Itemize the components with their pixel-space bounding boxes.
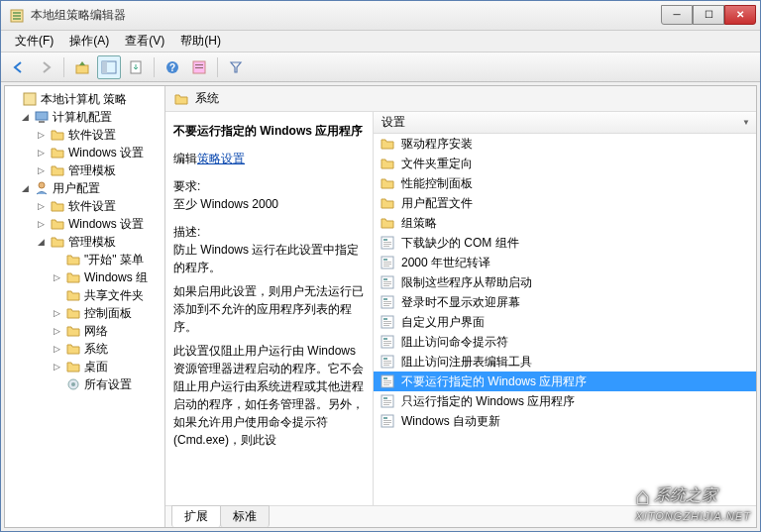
svg-rect-35: [383, 298, 387, 300]
list-item[interactable]: 驱动程序安装: [374, 134, 756, 154]
list-item[interactable]: 自定义用户界面: [374, 312, 756, 332]
folder-icon: [65, 341, 81, 357]
svg-rect-28: [383, 266, 389, 266]
tabs-row: 扩展 标准: [165, 505, 756, 527]
folder-icon: [50, 234, 65, 250]
tree-windows-components[interactable]: ▷ Windows 组: [5, 268, 164, 286]
list-item[interactable]: 下载缺少的 COM 组件: [374, 233, 756, 253]
collapse-arrow-icon[interactable]: ▷: [51, 344, 62, 354]
help-button[interactable]: ?: [161, 55, 184, 79]
list-item[interactable]: 用户配置文件: [374, 193, 756, 213]
svg-rect-23: [383, 246, 389, 247]
list-item[interactable]: 文件夹重定向: [374, 154, 756, 173]
svg-point-16: [39, 182, 45, 188]
tree-c-software[interactable]: ▷ 软件设置: [5, 126, 164, 144]
tree-u-windows[interactable]: ▷ Windows 设置: [5, 215, 164, 233]
list-item[interactable]: 性能控制面板: [374, 173, 756, 193]
folder-icon: [65, 359, 81, 374]
list-item[interactable]: 只运行指定的 Windows 应用程序: [374, 391, 756, 411]
up-button[interactable]: [70, 55, 94, 79]
setting-icon: [380, 413, 395, 429]
close-button[interactable]: ✕: [724, 5, 756, 25]
svg-rect-25: [383, 259, 387, 261]
svg-rect-27: [383, 264, 391, 265]
folder-icon: [50, 127, 65, 143]
tree-u-software[interactable]: ▷ 软件设置: [5, 197, 164, 215]
list-item[interactable]: 登录时不显示欢迎屏幕: [374, 292, 756, 312]
edit-policy-link[interactable]: 策略设置: [197, 152, 245, 165]
collapse-arrow-icon[interactable]: ▷: [35, 130, 47, 140]
list-item[interactable]: 阻止访问注册表编辑工具: [374, 352, 756, 372]
list-item-label: 不要运行指定的 Windows 应用程序: [401, 373, 587, 390]
chevron-down-icon[interactable]: ▼: [742, 118, 750, 127]
svg-rect-31: [383, 281, 391, 282]
show-tree-button[interactable]: [97, 55, 121, 79]
tree-c-admin[interactable]: ▷ 管理模板: [5, 161, 164, 179]
list-body[interactable]: 驱动程序安装文件夹重定向性能控制面板用户配置文件组策略下载缺少的 COM 组件2…: [374, 134, 756, 505]
tree-all-settings[interactable]: 所有设置: [5, 375, 164, 393]
tree-system[interactable]: ▷ 系统: [5, 340, 164, 358]
list-item-label: 只运行指定的 Windows 应用程序: [401, 393, 575, 410]
svg-rect-65: [383, 417, 387, 419]
filter-button[interactable]: [224, 55, 248, 79]
tree-desktop[interactable]: ▷ 桌面: [5, 358, 164, 375]
collapse-arrow-icon[interactable]: ▷: [51, 272, 62, 282]
expand-arrow-icon[interactable]: ◢: [35, 237, 47, 247]
menu-help[interactable]: 帮助(H): [172, 31, 229, 52]
forward-button[interactable]: [34, 55, 57, 79]
tree-pane[interactable]: 本地计算机 策略 ◢ 计算机配置 ▷ 软件设置 ▷ Windows 设置 ▷ 管…: [5, 86, 165, 527]
tree-computer-config[interactable]: ◢ 计算机配置: [5, 108, 164, 126]
maximize-button[interactable]: ☐: [693, 5, 724, 25]
collapse-arrow-icon[interactable]: ▷: [35, 148, 47, 158]
list-item[interactable]: 限制这些程序从帮助启动: [374, 272, 756, 292]
export-button[interactable]: [124, 55, 148, 79]
list-item[interactable]: 组策略: [374, 213, 756, 233]
tab-standard[interactable]: 标准: [220, 505, 270, 527]
expand-arrow-icon[interactable]: ◢: [19, 112, 31, 122]
folder-icon: [380, 156, 395, 171]
tree-user-config[interactable]: ◢ 用户配置: [5, 179, 164, 197]
svg-rect-6: [102, 61, 107, 73]
tree-u-admin[interactable]: ◢ 管理模板: [5, 233, 164, 251]
description-pane: 不要运行指定的 Windows 应用程序 编辑策略设置 要求: 至少 Windo…: [165, 112, 374, 505]
collapse-arrow-icon[interactable]: ▷: [35, 165, 47, 175]
menu-file[interactable]: 文件(F): [7, 31, 61, 52]
collapse-arrow-icon[interactable]: ▷: [35, 219, 47, 229]
svg-rect-57: [383, 382, 391, 383]
requirements-value: 至少 Windows 2000: [173, 195, 365, 213]
tab-extended[interactable]: 扩展: [171, 505, 221, 527]
svg-rect-50: [383, 358, 387, 360]
collapse-arrow-icon[interactable]: ▷: [35, 201, 47, 211]
properties-button[interactable]: [187, 55, 211, 79]
minimize-button[interactable]: ─: [661, 5, 693, 25]
list-header[interactable]: 设置 ▼: [374, 112, 756, 134]
tree-control-panel[interactable]: ▷ 控制面板: [5, 304, 164, 322]
list-item-label: 用户配置文件: [401, 195, 473, 212]
list-item[interactable]: Windows 自动更新: [374, 411, 756, 431]
settings-icon: [65, 376, 81, 392]
collapse-arrow-icon[interactable]: ▷: [51, 326, 62, 336]
tree-start-menu[interactable]: "开始" 菜单: [5, 251, 164, 268]
list-item-label: 驱动程序安装: [401, 136, 473, 153]
list-item-label: 阻止访问注册表编辑工具: [401, 354, 532, 371]
menu-action[interactable]: 操作(A): [61, 31, 117, 52]
svg-rect-40: [383, 318, 387, 320]
tree-c-windows[interactable]: ▷ Windows 设置: [5, 144, 164, 161]
list-item[interactable]: 不要运行指定的 Windows 应用程序: [374, 372, 756, 391]
list-item[interactable]: 2000 年世纪转译: [374, 253, 756, 272]
svg-rect-3: [13, 18, 21, 20]
back-button[interactable]: [7, 55, 31, 79]
svg-rect-51: [383, 361, 391, 362]
setting-icon: [380, 274, 395, 290]
tree-shared-folders[interactable]: 共享文件夹: [5, 286, 164, 304]
collapse-arrow-icon[interactable]: ▷: [51, 362, 62, 372]
folder-icon: [65, 252, 81, 267]
tree-network[interactable]: ▷ 网络: [5, 322, 164, 340]
setting-icon: [380, 314, 395, 330]
collapse-arrow-icon[interactable]: ▷: [51, 308, 62, 318]
list-item[interactable]: 阻止访问命令提示符: [374, 332, 756, 352]
expand-arrow-icon[interactable]: ◢: [19, 183, 31, 193]
svg-rect-38: [383, 305, 389, 306]
menu-view[interactable]: 查看(V): [117, 31, 172, 52]
tree-root[interactable]: 本地计算机 策略: [5, 90, 164, 108]
